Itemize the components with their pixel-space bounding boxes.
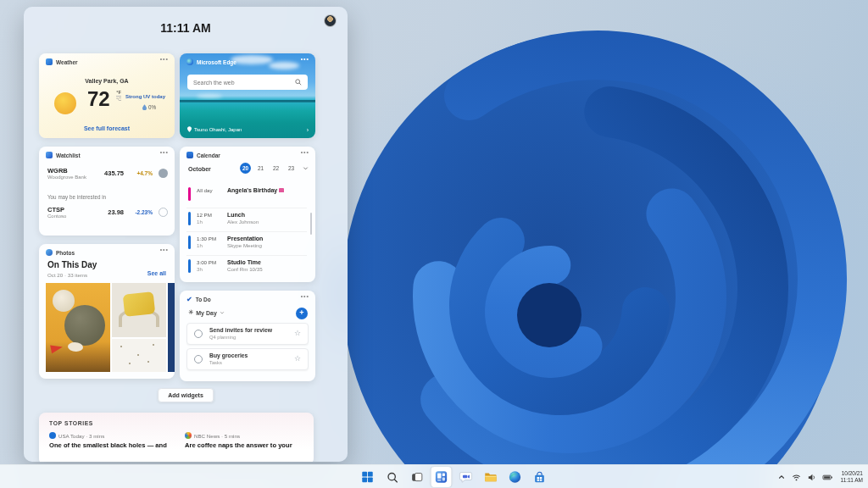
top-stories-heading: TOP STORIES: [49, 420, 93, 426]
birthday-cake-icon: [279, 188, 284, 192]
calendar-day[interactable]: 21: [255, 163, 266, 174]
todo-widget[interactable]: ✔To Do ••• ☀My Day + Send invites for re…: [180, 291, 315, 381]
calendar-widget[interactable]: Calendar ••• October 20 21 22 23 All day…: [180, 147, 315, 282]
photos-icon: [46, 249, 53, 256]
photo-thumbnail[interactable]: [168, 283, 175, 372]
chat-button[interactable]: [456, 467, 476, 487]
edge-search-box[interactable]: Search the web: [187, 75, 308, 90]
stock-chart-icon[interactable]: [159, 169, 168, 178]
stock-row[interactable]: WGRB Woodgrove Bank 435.75 +4.7%: [47, 167, 168, 180]
task-star-icon[interactable]: ☆: [294, 354, 301, 363]
edge-icon: [186, 58, 193, 65]
weather-location: Valley Park, GA: [39, 78, 175, 84]
weather-widget[interactable]: Weather ••• Valley Park, GA 72 °F °C Str…: [39, 53, 175, 138]
search-icon: [295, 79, 302, 86]
photos-title: Photos: [56, 250, 75, 256]
stock-change: +4.7%: [136, 170, 153, 176]
news-story[interactable]: USA Today · 3 mins One of the smallest b…: [49, 432, 176, 449]
weather-title: Weather: [56, 59, 78, 65]
taskbar: 10/20/21 11:11 AM: [0, 464, 868, 488]
unit-f: °F: [116, 90, 121, 96]
task-checkbox[interactable]: [194, 330, 203, 338]
user-avatar[interactable]: [324, 14, 337, 27]
widgets-panel: 11:11 AM Weather ••• Valley Park, GA 72 …: [24, 7, 348, 462]
stock-add-icon[interactable]: [159, 208, 168, 217]
nbc-news-icon: [185, 432, 192, 439]
widgets-clock: 11:11 AM: [24, 21, 348, 35]
watchlist-menu-button[interactable]: •••: [160, 149, 169, 155]
calendar-day-selected[interactable]: 20: [240, 163, 251, 174]
sun-icon: [54, 92, 76, 114]
photos-widget[interactable]: Photos ••• On This Day Oct 20 · 33 items…: [39, 244, 175, 379]
widgets-button[interactable]: [431, 467, 452, 487]
todo-task[interactable]: Buy groceries Tasks ☆: [186, 348, 309, 370]
weather-condition: Strong UV today: [125, 94, 173, 99]
tray-clock[interactable]: 10/20/21 11:11 AM: [841, 470, 864, 484]
todo-add-button[interactable]: +: [296, 308, 308, 319]
edge-browser-button[interactable]: [505, 467, 526, 487]
watchlist-icon: [46, 152, 53, 158]
task-view-button[interactable]: [407, 467, 427, 487]
photos-heading: On This Day: [47, 260, 97, 269]
unit-c: °C: [116, 96, 121, 103]
calendar-event[interactable]: All day Angela's Birthday: [186, 184, 307, 204]
photos-subheading: Oct 20 · 33 items: [47, 272, 87, 278]
watchlist-title: Watchlist: [56, 152, 81, 158]
sun-outline-icon: ☀: [188, 309, 193, 316]
droplet-icon: [142, 104, 147, 110]
photo-thumbnail[interactable]: [112, 283, 166, 337]
volume-icon[interactable]: [807, 473, 816, 482]
news-story[interactable]: NBC News · 5 mins Are coffee naps the an…: [185, 432, 312, 449]
calendar-event[interactable]: 12 PM1h LunchAlex Johnson: [186, 208, 307, 228]
location-pin-icon: [187, 126, 192, 132]
edge-title: Microsoft Edge: [197, 59, 236, 65]
stock-price: 23.98: [108, 208, 124, 216]
todo-menu-button[interactable]: •••: [301, 293, 309, 299]
calendar-scrollbar[interactable]: [310, 213, 312, 235]
watchlist-suggestion-label: You may be interested in: [47, 194, 106, 200]
todo-list-selector[interactable]: ☀My Day: [188, 309, 225, 316]
weather-icon: [46, 58, 53, 65]
todo-task[interactable]: Send invites for review Q4 planning ☆: [186, 323, 309, 345]
stock-row[interactable]: CTSP Contoso 23.98 -2.23%: [47, 206, 168, 219]
calendar-menu-button[interactable]: •••: [301, 149, 309, 155]
calendar-month: October: [188, 166, 211, 172]
photos-see-all-link[interactable]: See all: [147, 270, 166, 276]
calendar-title: Calendar: [197, 152, 220, 158]
weather-precipitation: 0%: [142, 104, 156, 110]
photo-thumbnail[interactable]: [46, 283, 110, 372]
watchlist-widget[interactable]: Watchlist ••• WGRB Woodgrove Bank 435.75…: [39, 147, 175, 236]
photo-thumbnail[interactable]: [112, 339, 166, 372]
calendar-day[interactable]: 23: [286, 163, 297, 174]
weather-forecast-link[interactable]: See full forecast: [39, 125, 175, 131]
store-button[interactable]: [530, 467, 550, 487]
calendar-expand-chevron[interactable]: [303, 165, 309, 171]
calendar-icon: [186, 152, 193, 158]
start-button[interactable]: [358, 467, 378, 487]
wifi-icon[interactable]: [792, 473, 801, 482]
task-checkbox[interactable]: [194, 355, 203, 363]
usa-today-icon: [49, 432, 56, 439]
todo-icon: ✔: [186, 296, 192, 303]
battery-icon[interactable]: [822, 473, 833, 482]
edge-widget[interactable]: Microsoft Edge ••• Search the web Tsuno …: [180, 53, 315, 138]
stock-price: 435.75: [104, 169, 124, 177]
photos-menu-button[interactable]: •••: [160, 247, 169, 252]
tray-chevron-icon[interactable]: [777, 473, 786, 481]
weather-menu-button[interactable]: •••: [160, 56, 169, 62]
calendar-day[interactable]: 22: [270, 163, 281, 174]
chevron-down-icon: [220, 310, 225, 315]
weather-unit-toggle[interactable]: °F °C: [116, 90, 121, 103]
search-button[interactable]: [382, 467, 403, 487]
weather-temperature: 72: [87, 87, 110, 111]
add-widgets-button[interactable]: Add widgets: [158, 388, 214, 402]
edge-next-button[interactable]: ›: [307, 127, 309, 133]
edge-menu-button[interactable]: •••: [301, 56, 309, 62]
calendar-event[interactable]: 3:00 PM3h Studio TimeConf Rm 10/35: [186, 255, 307, 275]
calendar-event[interactable]: 1:30 PM1h PresentationSkype Meeting: [186, 231, 307, 252]
file-explorer-button[interactable]: [481, 467, 501, 487]
task-star-icon[interactable]: ☆: [294, 329, 301, 337]
search-placeholder: Search the web: [193, 80, 235, 86]
desktop: 11:11 AM Weather ••• Valley Park, GA 72 …: [0, 0, 868, 488]
stock-change: -2.23%: [135, 209, 153, 215]
